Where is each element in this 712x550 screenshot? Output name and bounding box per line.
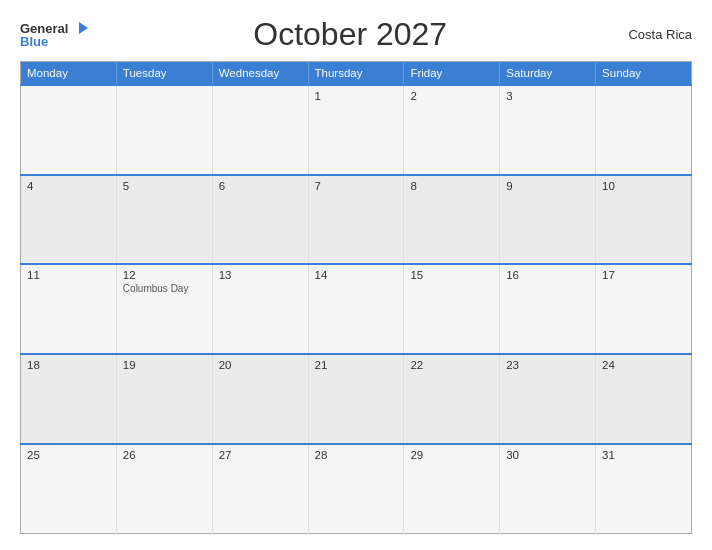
calendar-week-row: 18192021222324 (21, 354, 692, 444)
calendar-week-row: 123 (21, 85, 692, 175)
table-row: 30 (500, 444, 596, 534)
table-row: 27 (212, 444, 308, 534)
day-number: 5 (123, 180, 206, 192)
table-row: 4 (21, 175, 117, 265)
table-row: 13 (212, 264, 308, 354)
table-row: 15 (404, 264, 500, 354)
day-number: 2 (410, 90, 493, 102)
table-row: 24 (596, 354, 692, 444)
day-number: 16 (506, 269, 589, 281)
day-number: 18 (27, 359, 110, 371)
table-row: 22 (404, 354, 500, 444)
day-number: 1 (315, 90, 398, 102)
table-row: 23 (500, 354, 596, 444)
calendar-week-row: 25262728293031 (21, 444, 692, 534)
table-row: 18 (21, 354, 117, 444)
header-tuesday: Tuesday (116, 62, 212, 86)
calendar-page: General Blue October 2027 Costa Rica Mon… (0, 0, 712, 550)
day-number: 27 (219, 449, 302, 461)
header-thursday: Thursday (308, 62, 404, 86)
day-number: 10 (602, 180, 685, 192)
day-number: 9 (506, 180, 589, 192)
table-row: 12Columbus Day (116, 264, 212, 354)
table-row: 1 (308, 85, 404, 175)
day-number: 23 (506, 359, 589, 371)
day-number: 3 (506, 90, 589, 102)
day-number: 8 (410, 180, 493, 192)
day-number: 6 (219, 180, 302, 192)
day-number: 15 (410, 269, 493, 281)
table-row (596, 85, 692, 175)
table-row: 31 (596, 444, 692, 534)
weekday-header-row: Monday Tuesday Wednesday Thursday Friday… (21, 62, 692, 86)
day-number: 4 (27, 180, 110, 192)
country-label: Costa Rica (612, 27, 692, 42)
table-row: 17 (596, 264, 692, 354)
table-row: 29 (404, 444, 500, 534)
day-number: 29 (410, 449, 493, 461)
day-number: 12 (123, 269, 206, 281)
day-number: 25 (27, 449, 110, 461)
table-row: 5 (116, 175, 212, 265)
table-row: 7 (308, 175, 404, 265)
table-row: 16 (500, 264, 596, 354)
event-label: Columbus Day (123, 283, 206, 294)
table-row: 26 (116, 444, 212, 534)
day-number: 26 (123, 449, 206, 461)
logo-general: General (20, 22, 68, 35)
table-row (212, 85, 308, 175)
day-number: 13 (219, 269, 302, 281)
day-number: 14 (315, 269, 398, 281)
day-number: 20 (219, 359, 302, 371)
day-number: 19 (123, 359, 206, 371)
calendar-week-row: 1112Columbus Day1314151617 (21, 264, 692, 354)
day-number: 22 (410, 359, 493, 371)
month-title: October 2027 (88, 16, 612, 53)
day-number: 31 (602, 449, 685, 461)
table-row: 9 (500, 175, 596, 265)
table-row: 25 (21, 444, 117, 534)
table-row (116, 85, 212, 175)
header-wednesday: Wednesday (212, 62, 308, 86)
day-number: 7 (315, 180, 398, 192)
day-number: 17 (602, 269, 685, 281)
calendar-week-row: 45678910 (21, 175, 692, 265)
table-row: 20 (212, 354, 308, 444)
table-row: 2 (404, 85, 500, 175)
day-number: 21 (315, 359, 398, 371)
table-row: 11 (21, 264, 117, 354)
header-monday: Monday (21, 62, 117, 86)
table-row (21, 85, 117, 175)
table-row: 28 (308, 444, 404, 534)
calendar-table: Monday Tuesday Wednesday Thursday Friday… (20, 61, 692, 534)
header-sunday: Sunday (596, 62, 692, 86)
table-row: 8 (404, 175, 500, 265)
logo-blue: Blue (20, 35, 48, 48)
table-row: 6 (212, 175, 308, 265)
table-row: 3 (500, 85, 596, 175)
table-row: 10 (596, 175, 692, 265)
day-number: 28 (315, 449, 398, 461)
table-row: 14 (308, 264, 404, 354)
table-row: 19 (116, 354, 212, 444)
header-friday: Friday (404, 62, 500, 86)
day-number: 24 (602, 359, 685, 371)
logo-flag-icon (70, 21, 88, 35)
day-number: 30 (506, 449, 589, 461)
day-number: 11 (27, 269, 110, 281)
header-saturday: Saturday (500, 62, 596, 86)
header: General Blue October 2027 Costa Rica (20, 16, 692, 53)
logo: General Blue (20, 21, 88, 48)
table-row: 21 (308, 354, 404, 444)
